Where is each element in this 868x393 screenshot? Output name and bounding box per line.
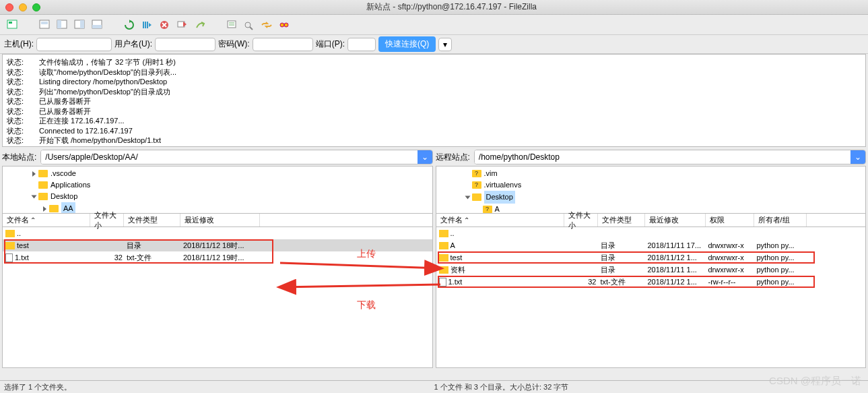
search-icon[interactable] (277, 18, 292, 32)
remote-status: 1 个文件 和 3 个目录。大小总计: 32 字节 (434, 382, 865, 392)
tree-label: .vscode (51, 168, 76, 179)
col-name[interactable]: 文件名 (3, 214, 90, 226)
remote-file-list[interactable]: ..A目录2018/11/11 17...drwxrwxr-xpython py… (436, 227, 866, 367)
file-mod: 2018/11/12 1... (648, 278, 708, 286)
tree-item[interactable]: AA (5, 202, 430, 214)
log-msg: 读取"/home/python/Desktop"的目录列表... (39, 67, 176, 78)
log-msg: 已从服务器断开 (39, 107, 91, 117)
svg-rect-7 (80, 20, 84, 28)
tree-label: Desktop (51, 191, 77, 202)
local-file-header[interactable]: 文件名 文件大小 文件类型 最近修改 (3, 214, 432, 227)
col-perm[interactable]: 权限 (706, 214, 754, 226)
col-mod[interactable]: 最近修改 (645, 214, 706, 226)
main-toolbar (0, 15, 868, 35)
username-input[interactable] (155, 38, 215, 51)
close-icon[interactable] (5, 3, 13, 11)
toggle-local-tree-icon[interactable] (55, 18, 70, 32)
tree-item[interactable]: ? .vim (439, 168, 863, 179)
svg-rect-3 (41, 22, 48, 24)
tree-item[interactable]: .vscode (5, 168, 430, 179)
file-row[interactable]: 1.txt32txt-文件2018/11/12 19时... (3, 251, 432, 264)
port-input[interactable] (347, 38, 376, 51)
reconnect-icon[interactable] (193, 18, 207, 32)
file-row[interactable]: A目录2018/11/11 17...drwxrwxr-xpython py..… (436, 239, 866, 251)
col-type[interactable]: 文件类型 (598, 214, 645, 226)
tree-item[interactable]: ? .virtualenvs (439, 179, 863, 191)
compare-icon[interactable] (242, 18, 257, 32)
svg-rect-0 (7, 20, 17, 28)
log-msg: 正在连接 172.16.47.197... (39, 116, 125, 126)
file-row[interactable]: .. (3, 227, 432, 239)
file-row[interactable]: test目录2018/11/12 1...drwxrwxr-xpython py… (436, 251, 866, 264)
tree-label: Desktop (484, 191, 515, 204)
minimize-icon[interactable] (19, 3, 27, 11)
file-row[interactable]: 1.txt32txt-文件2018/11/12 1...-rw-r--r--py… (436, 276, 866, 288)
svg-point-14 (280, 23, 284, 27)
log-label: 状态: (7, 146, 26, 148)
tree-item[interactable]: Applications (5, 179, 430, 191)
folder-icon (38, 170, 48, 177)
quickconnect-button[interactable]: 快速连接(Q) (378, 36, 436, 52)
disconnect-icon[interactable] (175, 18, 190, 32)
log-row: 状态:文件传输成功，传输了 32 字节 (用时1 秒) (7, 146, 861, 148)
tree-item[interactable]: Desktop (439, 191, 863, 204)
tree-item[interactable]: ? A (439, 204, 863, 214)
local-path-input[interactable] (41, 150, 417, 164)
folder-unknown-icon: ? (472, 170, 481, 177)
file-icon (5, 253, 13, 262)
col-size[interactable]: 文件大小 (90, 214, 124, 226)
quickconnect-dropdown[interactable]: ▾ (438, 38, 452, 51)
file-mod: 2018/11/12 18时... (183, 241, 263, 251)
col-type[interactable]: 文件类型 (124, 214, 180, 226)
message-log[interactable]: 状态:文件传输成功，传输了 32 字节 (用时1 秒)状态:读取"/home/p… (2, 54, 866, 147)
chevron-down-icon[interactable]: ⌄ (418, 150, 432, 164)
chevron-down-icon[interactable]: ⌄ (850, 150, 865, 164)
file-row[interactable]: 资料目录2018/11/11 1...drwxrwxr-xpython py..… (436, 264, 866, 276)
log-label: 状态: (7, 57, 26, 67)
maximize-icon[interactable] (32, 3, 40, 11)
file-mod: 2018/11/11 1... (648, 266, 708, 274)
file-perm: drwxrwxr-x (708, 241, 757, 249)
local-path-combo[interactable]: ⌄ (40, 150, 432, 164)
remote-file-header[interactable]: 文件名 文件大小 文件类型 最近修改 权限 所有者/组 (436, 214, 866, 227)
col-mod[interactable]: 最近修改 (180, 214, 260, 226)
password-input[interactable] (253, 38, 313, 51)
collapse-icon[interactable] (32, 195, 37, 198)
sync-browse-icon[interactable] (260, 18, 275, 32)
remote-site-label: 远程站点: (436, 152, 470, 163)
expand-icon[interactable] (43, 206, 46, 212)
local-file-list[interactable]: ..test目录2018/11/12 18时...1.txt32txt-文件20… (3, 227, 432, 367)
svg-rect-12 (228, 21, 236, 28)
file-type: 目录 (127, 241, 183, 251)
file-row[interactable]: test目录2018/11/12 18时... (3, 239, 432, 251)
expand-icon[interactable] (32, 171, 36, 177)
filter-icon[interactable] (225, 18, 240, 32)
log-msg: 已从服务器断开 (39, 96, 91, 107)
toggle-log-icon[interactable] (38, 18, 53, 32)
cancel-icon[interactable] (158, 18, 172, 32)
window-title: 新站点 - sftp://python@172.16.47.197 - File… (40, 1, 863, 13)
process-queue-icon[interactable] (140, 18, 155, 32)
toggle-remote-tree-icon[interactable] (73, 18, 88, 32)
remote-tree[interactable]: ? .vim ? .virtualenvs Desktop ? A (436, 167, 866, 214)
col-size[interactable]: 文件大小 (564, 214, 598, 226)
col-name[interactable]: 文件名 (436, 214, 564, 226)
tree-item[interactable]: Desktop (5, 191, 430, 202)
quickconnect-bar: 主机(H): 用户名(U): 密码(W): 端口(P): 快速连接(Q) ▾ (0, 35, 868, 54)
file-perm: drwxrwxr-x (708, 266, 757, 274)
file-panes: .vscode Applications Desktop AA 文件名 文件大小… (2, 166, 866, 368)
svg-rect-9 (92, 25, 102, 28)
host-input[interactable] (36, 38, 112, 51)
file-size: 32 (567, 278, 601, 286)
collapse-icon[interactable] (465, 195, 470, 199)
svg-point-15 (284, 23, 288, 27)
file-row[interactable]: .. (436, 227, 866, 239)
site-manager-icon[interactable] (5, 18, 20, 32)
refresh-icon[interactable] (123, 18, 137, 32)
col-own[interactable]: 所有者/组 (754, 214, 807, 226)
remote-path-input[interactable] (475, 150, 850, 164)
remote-path-combo[interactable]: ⌄ (474, 150, 866, 164)
toggle-queue-icon[interactable] (90, 18, 105, 32)
file-mod: 2018/11/12 1... (648, 253, 708, 262)
local-tree[interactable]: .vscode Applications Desktop AA (3, 167, 432, 214)
